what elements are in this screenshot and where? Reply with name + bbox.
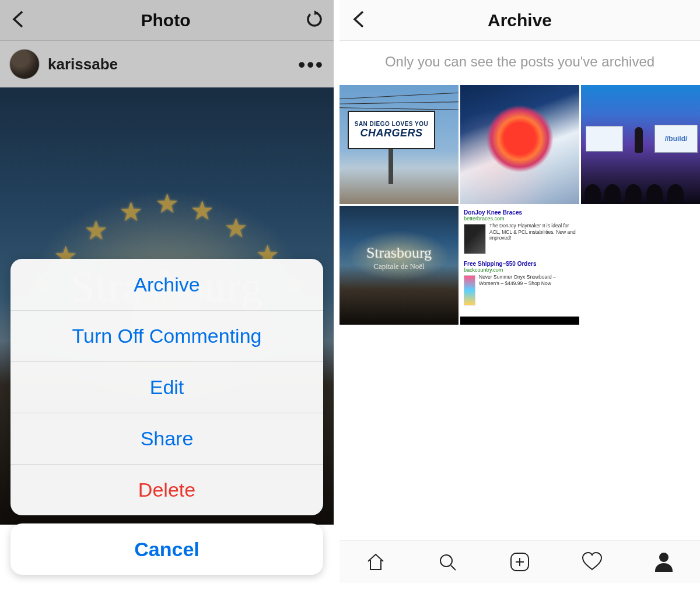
home-icon[interactable] xyxy=(364,550,387,574)
billboard-line1: SAN DIEGO LOVES YOU xyxy=(355,121,429,127)
delete-button[interactable]: Delete xyxy=(10,464,323,515)
archive-thumb[interactable]: DonJoy Knee Braces betterbraces.com The … xyxy=(460,206,579,325)
turn-off-commenting-button[interactable]: Turn Off Commenting xyxy=(10,310,323,361)
profile-icon[interactable] xyxy=(652,550,676,574)
archive-button[interactable]: Archive xyxy=(10,259,323,310)
activity-heart-icon[interactable] xyxy=(580,550,604,574)
thumb-overlay-text: Strasbourg xyxy=(340,244,459,262)
svg-point-5 xyxy=(660,553,668,561)
search-icon[interactable] xyxy=(436,550,459,574)
archive-thumb[interactable] xyxy=(460,85,579,204)
archive-grid: SAN DIEGO LOVES YOU CHARGERS //build/ xyxy=(340,85,700,325)
action-sheet: Archive Turn Off Commenting Edit Share D… xyxy=(10,259,323,575)
svg-line-1 xyxy=(451,565,456,570)
ad-title: Free Shipping–$50 Orders xyxy=(464,261,576,267)
share-button[interactable]: Share xyxy=(10,413,323,464)
bottom-nav xyxy=(340,540,700,583)
archive-screen: Archive Only you can see the posts you'v… xyxy=(340,0,700,583)
new-post-icon[interactable] xyxy=(508,550,531,574)
ad-url: backcountry.com xyxy=(464,267,576,273)
photo-screen: Photo karissabe ••• ★ ★ ★ ★ xyxy=(0,0,340,583)
action-sheet-group: Archive Turn Off Commenting Edit Share D… xyxy=(10,259,323,515)
billboard-line2: CHARGERS xyxy=(360,127,422,139)
archive-header-title: Archive xyxy=(340,10,700,30)
ad-desc: Never Summer Onyx Snowboard – Women's – … xyxy=(479,274,576,286)
archive-thumb[interactable]: Strasbourg Capitale de Noël xyxy=(340,206,459,325)
billboard-graphic: SAN DIEGO LOVES YOU CHARGERS xyxy=(348,111,435,149)
cancel-button[interactable]: Cancel xyxy=(10,523,323,575)
stage-screen-text: //build/ xyxy=(665,135,688,143)
ad-url: betterbraces.com xyxy=(464,216,576,222)
archive-thumb[interactable]: SAN DIEGO LOVES YOU CHARGERS xyxy=(340,85,459,204)
archive-topbar: Archive xyxy=(340,0,700,41)
thumb-overlay-subtext: Capitale de Noël xyxy=(340,262,459,271)
archive-hint-text: Only you can see the posts you've archiv… xyxy=(340,41,700,85)
ad-title: DonJoy Knee Braces xyxy=(464,209,576,216)
ad-desc: The DonJoy Playmaker II is ideal for ACL… xyxy=(489,223,576,241)
svg-point-0 xyxy=(440,555,452,567)
edit-button[interactable]: Edit xyxy=(10,361,323,413)
archive-thumb[interactable]: //build/ xyxy=(581,85,700,204)
